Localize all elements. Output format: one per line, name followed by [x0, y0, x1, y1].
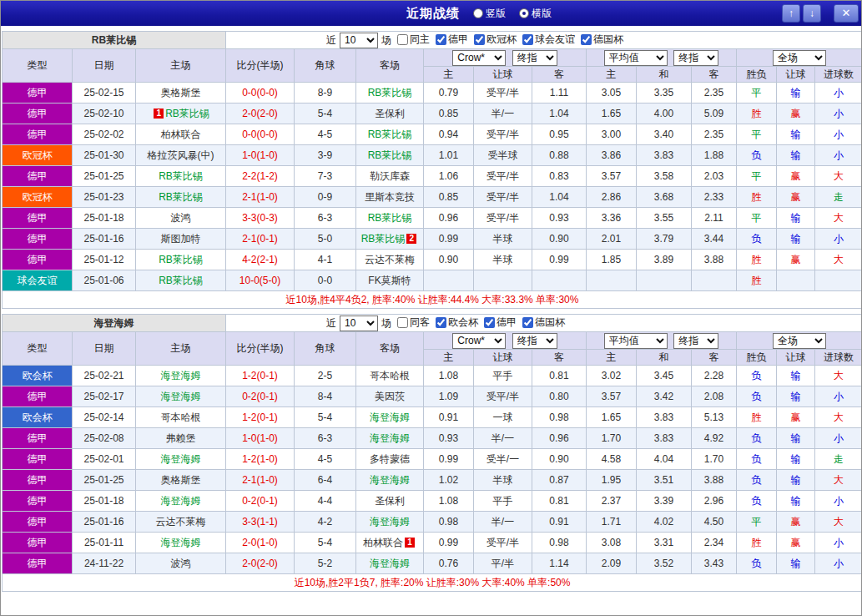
away-odds-cell: 0.83	[532, 166, 587, 187]
corner-cell: 6-3	[295, 428, 356, 449]
layout-radio-horizontal[interactable]: 横版	[519, 7, 552, 21]
radio-selected-icon	[519, 8, 529, 18]
avg-away-cell: 1.88	[692, 145, 737, 166]
goals-result-cell: 小	[815, 229, 862, 250]
handicap-cell: 受平/半	[474, 124, 532, 145]
team-name: RB莱比锡	[3, 32, 226, 49]
red-card-badge: 2	[406, 234, 416, 244]
goals-result-cell: 小	[815, 553, 862, 574]
avg-away-cell: 5.09	[692, 104, 737, 124]
avg-draw-cell: 3.31	[637, 533, 692, 553]
date-cell: 25-02-15	[73, 83, 136, 104]
date-cell: 25-01-18	[73, 491, 136, 512]
home-team-cell: 海登海姆	[136, 491, 226, 512]
filter-option[interactable]: 德甲	[436, 33, 468, 47]
avg-home-cell: 1.95	[587, 470, 637, 491]
filter-option[interactable]: 欧会杯	[436, 316, 478, 330]
match-row: 欧冠杯25-01-23RB莱比锡2-1(1-0)0-9里斯本竞技0.85受平/半…	[3, 187, 862, 208]
filter-option[interactable]: 德国杯	[581, 33, 623, 47]
filter-checkbox[interactable]	[436, 317, 446, 328]
match-count-select[interactable]: 10	[340, 33, 378, 48]
scope-select[interactable]: 全场	[773, 333, 826, 349]
match-row: 德甲25-02-17海登海姆0-2(0-1)8-4美因茨1.09受平/半0.80…	[3, 386, 862, 407]
away-odds-cell: 0.98	[532, 533, 587, 553]
team-label: 海登海姆	[370, 474, 410, 486]
avg-draw-cell: 4.02	[637, 512, 692, 533]
home-odds-cell: 1.09	[424, 386, 474, 407]
team-label: FK莫斯特	[368, 275, 411, 286]
goals-result-cell: 走	[815, 187, 862, 208]
odds-company-select[interactable]: Crow*	[452, 50, 506, 66]
filter-option[interactable]: 同客	[397, 316, 430, 330]
home-odds-cell: 0.85	[424, 187, 474, 208]
avg-draw-cell: 3.45	[637, 366, 692, 386]
score-cell: 10-0(5-0)	[226, 270, 295, 291]
filter-checkbox[interactable]	[581, 34, 592, 45]
move-down-button[interactable]: ↓	[803, 4, 821, 23]
filter-checkbox[interactable]	[397, 317, 408, 328]
filter-checkbox[interactable]	[397, 34, 408, 45]
away-team-cell: 哥本哈根	[356, 366, 424, 386]
filter-checkbox[interactable]	[522, 317, 533, 328]
league-cell: 德甲	[3, 533, 73, 553]
close-button[interactable]: ✕	[834, 4, 859, 23]
move-up-button[interactable]: ↑	[782, 4, 800, 23]
away-team-cell: 里斯本竞技	[356, 187, 424, 208]
filter-checkbox[interactable]	[474, 34, 485, 45]
odds-kind-select[interactable]: 终指	[512, 333, 557, 349]
league-cell: 德甲	[3, 229, 73, 250]
filter-option[interactable]: 德甲	[484, 316, 517, 330]
away-odds-cell: 0.88	[532, 145, 587, 166]
match-count-select[interactable]: 10	[340, 316, 378, 331]
layout-radio-vertical[interactable]: 竖版	[473, 7, 506, 21]
home-team-cell: 海登海姆	[136, 386, 226, 407]
filter-checkbox-label: 德甲	[497, 316, 517, 330]
filter-option[interactable]: 欧冠杯	[474, 33, 517, 47]
red-card-badge: 1	[154, 109, 164, 119]
avg-select[interactable]: 平均值	[604, 333, 668, 349]
score-cell: 1-2(0-1)	[226, 407, 295, 428]
filter-checkbox[interactable]	[522, 34, 533, 45]
team-label: RB莱比锡	[159, 191, 203, 203]
avg-kind-select[interactable]: 终指	[673, 333, 718, 349]
date-cell: 25-02-14	[73, 407, 136, 428]
away-odds-cell: 0.81	[532, 366, 587, 386]
scope-select[interactable]: 全场	[773, 50, 826, 66]
away-team-cell: 圣保利	[356, 104, 424, 124]
score-cell: 1-2(0-1)	[226, 366, 295, 386]
filter-option[interactable]: 德国杯	[522, 316, 565, 330]
odds-company-select[interactable]: Crow*	[452, 333, 506, 349]
score-cell: 0-0(0-0)	[226, 83, 295, 104]
date-cell: 25-01-16	[73, 512, 136, 533]
corner-cell: 4-5	[295, 449, 356, 470]
goals-result-cell: 大	[815, 166, 862, 187]
col-header-type: 类型	[3, 49, 73, 83]
league-cell: 德甲	[3, 512, 73, 533]
odds-kind-select[interactable]: 终指	[512, 50, 557, 66]
filter-checkbox[interactable]	[436, 34, 446, 45]
avg-home-cell: 2.09	[587, 553, 637, 574]
filter-option[interactable]: 球会友谊	[522, 33, 575, 47]
home-odds-cell: 0.99	[424, 533, 474, 553]
home-team-cell: 海登海姆	[136, 366, 226, 386]
away-odds-cell	[532, 270, 587, 291]
sub-col-header: 客	[692, 350, 737, 366]
avg-kind-select[interactable]: 终指	[673, 50, 718, 66]
avg-draw-cell: 3.51	[637, 470, 692, 491]
avg-home-cell: 3.08	[587, 533, 637, 553]
filter-option[interactable]: 同主	[397, 33, 430, 47]
avg-select[interactable]: 平均值	[604, 50, 668, 66]
goals-result-cell: 小	[815, 83, 862, 104]
home-odds-cell: 0.94	[424, 124, 474, 145]
avg-home-cell: 3.05	[587, 83, 637, 104]
league-cell: 德甲	[3, 470, 73, 491]
avg-away-cell: 3.88	[692, 250, 737, 270]
titlebar-controls: 近期战绩 竖版 横版	[406, 1, 552, 26]
match-row: 德甲25-01-11海登海姆2-0(1-0)5-4柏林联合10.99受平/半0.…	[3, 533, 862, 553]
match-result-cell: 负	[737, 491, 777, 512]
date-cell: 25-01-11	[73, 533, 136, 553]
match-result-cell: 负	[737, 449, 777, 470]
filter-checkbox[interactable]	[484, 317, 495, 328]
team-label: RB莱比锡	[368, 149, 412, 161]
goals-result-cell: 小	[815, 491, 862, 512]
